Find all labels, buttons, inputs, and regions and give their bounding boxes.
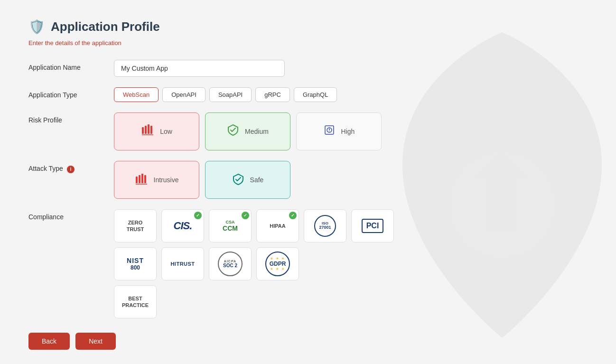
type-btn-grpc[interactable]: gRPC xyxy=(255,87,290,102)
hipaa-text: HIPAA xyxy=(270,223,285,229)
shield-icon: 🛡️ xyxy=(28,19,45,35)
compliance-best-practice[interactable]: BESTPRACTICE xyxy=(114,285,157,318)
app-name-input[interactable] xyxy=(114,60,285,77)
csa-top: CSA xyxy=(225,220,234,224)
compliance-cis[interactable]: ✓ CIS. xyxy=(161,209,204,243)
svg-rect-2 xyxy=(145,126,147,134)
svg-rect-12 xyxy=(144,175,146,183)
best-practice-text: BESTPRACTICE xyxy=(122,295,149,309)
gdpr-stars-bottom: ★ ★ ★ xyxy=(270,267,285,271)
attack-intrusive-icon xyxy=(135,173,148,187)
svg-rect-1 xyxy=(142,127,144,134)
risk-profile-label: Risk Profile xyxy=(28,112,104,124)
compliance-pci[interactable]: PCI xyxy=(351,209,394,243)
pci-inner: PCI xyxy=(362,219,384,233)
svg-rect-11 xyxy=(141,174,143,183)
iso-circle: ISO 27001 xyxy=(314,215,336,237)
soc2-aicpa: AICPA xyxy=(224,260,236,263)
gdpr-inner: ★ ★ ★ GDPR ★ ★ ★ xyxy=(265,252,290,276)
risk-low-label: Low xyxy=(160,128,172,135)
attack-safe-label: Safe xyxy=(250,176,264,184)
risk-medium-icon xyxy=(227,124,239,139)
csa-inner: CSA CCM xyxy=(223,220,238,232)
attack-type-label: Attack Type i xyxy=(28,161,104,173)
back-button[interactable]: Back xyxy=(28,333,70,350)
risk-card-high[interactable]: High xyxy=(296,112,382,150)
app-type-label: Application Type xyxy=(28,87,104,99)
svg-rect-10 xyxy=(139,175,140,183)
nist-text: NIST xyxy=(127,257,144,264)
cis-inner: CIS. xyxy=(174,220,192,232)
iso-inner: ISO 27001 xyxy=(314,215,336,237)
type-btn-soapapi[interactable]: SoapAPI xyxy=(209,87,252,102)
compliance-cards: ZEROTRUST ✓ CIS. ✓ CSA CCM xyxy=(114,209,399,280)
svg-point-8 xyxy=(329,131,330,132)
app-type-buttons: WebScan OpenAPI SoapAPI gRPC GraphQL xyxy=(114,87,399,102)
compliance-hitrust[interactable]: HITRUST xyxy=(161,247,204,280)
attack-intrusive-label: Intrusive xyxy=(154,176,179,184)
attack-type-info-icon[interactable]: i xyxy=(67,166,75,173)
compliance-nist800[interactable]: NIST 800 xyxy=(114,247,157,280)
gdpr-stars: ★ ★ ★ xyxy=(270,257,285,261)
compliance-csa-ccm[interactable]: ✓ CSA CCM xyxy=(209,209,252,243)
next-button[interactable]: Next xyxy=(75,333,116,350)
compliance-gdpr[interactable]: ★ ★ ★ GDPR ★ ★ ★ xyxy=(256,247,299,280)
svg-point-0 xyxy=(449,152,555,258)
csa-ccm: CCM xyxy=(223,224,238,232)
cis-logo-text: CIS. xyxy=(174,220,192,232)
nist-num: 800 xyxy=(131,264,140,271)
page-title: Application Profile xyxy=(51,19,160,34)
soc2-inner: AICPA SOC 2 xyxy=(218,252,243,276)
nist-inner: NIST 800 xyxy=(127,257,144,271)
risk-card-medium[interactable]: Medium xyxy=(205,112,290,150)
csa-check: ✓ xyxy=(242,212,249,219)
risk-card-low[interactable]: Low xyxy=(114,112,199,150)
attack-safe-icon xyxy=(232,173,244,187)
soc2-label: SOC 2 xyxy=(223,263,237,268)
attack-card-intrusive[interactable]: Intrusive xyxy=(114,161,199,199)
compliance-zero-trust[interactable]: ZEROTRUST xyxy=(114,209,157,243)
compliance-iso27001[interactable]: ISO 27001 xyxy=(304,209,346,243)
page-subtitle: Enter the details of the application xyxy=(28,39,399,47)
zero-trust-text: ZEROTRUST xyxy=(127,219,144,233)
compliance-label: Compliance xyxy=(28,209,104,221)
compliance-soc2[interactable]: AICPA SOC 2 xyxy=(209,247,252,280)
risk-high-label: High xyxy=(341,128,355,135)
risk-high-icon xyxy=(323,124,336,139)
type-btn-openapi[interactable]: OpenAPI xyxy=(162,87,205,102)
cis-check: ✓ xyxy=(194,212,202,219)
attack-type-cards: Intrusive Safe xyxy=(114,161,399,199)
type-btn-webscan[interactable]: WebScan xyxy=(114,87,159,102)
hipaa-check: ✓ xyxy=(289,212,297,219)
risk-low-icon xyxy=(141,123,154,140)
svg-rect-3 xyxy=(148,124,149,134)
risk-medium-label: Medium xyxy=(245,128,269,135)
gdpr-text: GDPR xyxy=(270,261,286,267)
hitrust-text: HITRUST xyxy=(170,261,195,267)
action-buttons: Back Next xyxy=(28,333,399,350)
type-btn-graphql[interactable]: GraphQL xyxy=(294,87,337,102)
compliance-hipaa[interactable]: ✓ HIPAA xyxy=(256,209,299,243)
svg-rect-4 xyxy=(150,126,152,134)
attack-card-safe[interactable]: Safe xyxy=(205,161,290,199)
risk-profile-cards: Low Medium xyxy=(114,112,399,150)
app-name-label: Application Name xyxy=(28,60,104,71)
svg-rect-9 xyxy=(136,177,138,183)
